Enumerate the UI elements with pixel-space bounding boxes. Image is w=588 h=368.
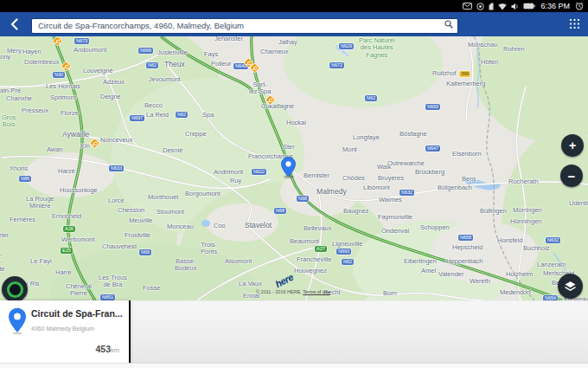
mail-icon <box>463 3 472 10</box>
grid-dots-icon <box>570 19 572 21</box>
distance-value: 453 <box>95 344 111 354</box>
copyright-text: © 2011 - 2016 HERE. <box>256 289 302 294</box>
distance-unit: km <box>111 346 119 354</box>
map-canvas[interactable]: MéryonyHayenDolembreuxAndoumontJuslenvil… <box>0 36 588 300</box>
map-attribution: © 2011 - 2016 HERE. Terms of use <box>256 289 330 294</box>
card-pin-icon <box>8 307 27 333</box>
result-title: Circuit de Spa-Fran... <box>31 308 123 319</box>
status-time: 6:36 PM <box>540 3 570 10</box>
volume-icon <box>511 3 519 10</box>
app-bar <box>0 12 588 36</box>
result-card[interactable]: Circuit de Spa-Fran... 4960 Malmedy Belg… <box>0 300 129 363</box>
zoom-out-button[interactable]: − <box>560 165 583 187</box>
search-icon[interactable] <box>444 20 453 29</box>
search-input[interactable] <box>31 18 458 34</box>
zoom-in-button[interactable]: + <box>561 134 584 157</box>
terms-of-use-link[interactable]: Terms of use <box>303 289 329 294</box>
result-distance: 453km <box>95 340 119 356</box>
locate-button[interactable] <box>2 276 28 302</box>
result-subtitle: 4960 Malmedy Belgium <box>31 326 94 332</box>
data-circle-icon <box>476 3 484 10</box>
battery-icon <box>523 3 535 10</box>
app-screen: 6:36 PM <box>0 0 588 368</box>
next-result-card[interactable] <box>131 300 588 363</box>
alarm-icon <box>575 2 584 10</box>
wifi-icon <box>498 3 507 10</box>
back-button[interactable] <box>5 16 22 32</box>
status-bar: 6:36 PM <box>0 0 588 12</box>
gps-ring-icon <box>7 281 23 298</box>
storage-icon <box>489 3 494 10</box>
results-carousel: Circuit de Spa-Fran... 4960 Malmedy Belg… <box>0 300 588 363</box>
minus-icon: − <box>568 169 576 184</box>
destination-pin-icon <box>281 157 296 178</box>
plus-icon: + <box>569 139 576 152</box>
card-pin-base <box>13 332 22 334</box>
bottom-strip <box>0 363 588 368</box>
layers-button[interactable] <box>558 274 583 299</box>
apps-grid-button[interactable] <box>570 19 581 30</box>
back-chevron-icon <box>10 18 18 30</box>
layers-icon <box>564 281 577 292</box>
